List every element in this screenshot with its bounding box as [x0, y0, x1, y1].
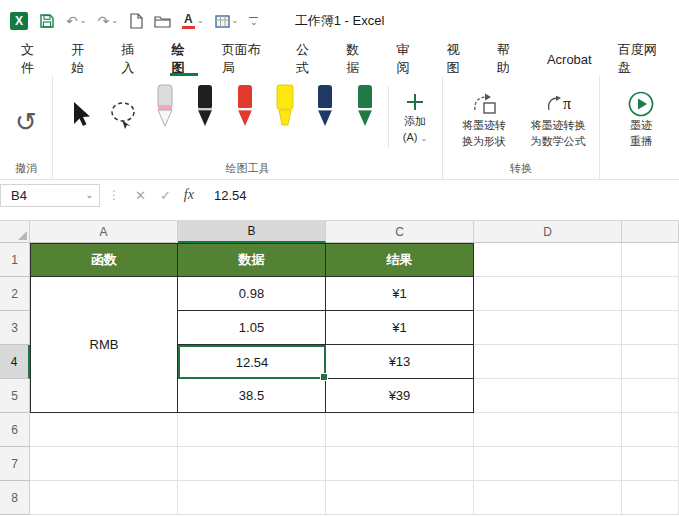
tab-page-layout[interactable]: 页面布局 — [209, 42, 283, 76]
cell-A2-A5-merged[interactable]: RMB — [30, 277, 178, 413]
col-header-B[interactable]: B — [178, 221, 326, 243]
ribbon-undo-button[interactable]: ↺ — [4, 82, 48, 148]
cell-C6[interactable] — [326, 413, 474, 447]
name-box-dropdown-icon[interactable]: ⌄ — [85, 190, 93, 200]
cell-B1[interactable]: 数据 — [178, 243, 326, 277]
cell-D5[interactable] — [474, 379, 622, 413]
confirm-entry-icon[interactable]: ✓ — [160, 188, 171, 203]
select-all-corner[interactable] — [0, 221, 30, 243]
cell-E4[interactable] — [622, 345, 679, 379]
ink-replay-button[interactable]: 墨迹 重播 — [604, 82, 678, 150]
col-header-E-partial[interactable] — [622, 221, 679, 243]
tab-file[interactable]: 文件 — [8, 42, 58, 76]
redo-dropdown-icon[interactable]: ⌄ — [111, 17, 118, 25]
cell-B8[interactable] — [178, 481, 326, 515]
black-pen-icon — [191, 82, 219, 130]
tab-home[interactable]: 开始 — [58, 42, 108, 76]
green-pen-button[interactable] — [345, 82, 385, 148]
cell-E2[interactable] — [622, 277, 679, 311]
cell-D8[interactable] — [474, 481, 622, 515]
row-header-3[interactable]: 3 — [0, 311, 30, 345]
cell-D1[interactable] — [474, 243, 622, 277]
row-header-4[interactable]: 4 — [0, 345, 30, 379]
ink-to-shape-button[interactable]: 将墨迹转 换为形状 — [447, 82, 521, 150]
cell-A1[interactable]: 函数 — [30, 243, 178, 277]
cell-C2[interactable]: ¥1 — [326, 277, 474, 311]
cell-D4[interactable] — [474, 345, 622, 379]
table-borders-button[interactable]: ⌄ — [215, 15, 239, 28]
cell-A8[interactable] — [30, 481, 178, 515]
row-header-8[interactable]: 8 — [0, 481, 30, 515]
save-button[interactable] — [39, 13, 55, 29]
undo-dropdown-icon[interactable]: ⌄ — [80, 17, 87, 25]
cell-C8[interactable] — [326, 481, 474, 515]
row-header-1[interactable]: 1 — [0, 243, 30, 277]
cell-D2[interactable] — [474, 277, 622, 311]
blue-pen-button[interactable] — [305, 82, 345, 148]
cell-E6[interactable] — [622, 413, 679, 447]
cell-E3[interactable] — [622, 311, 679, 345]
cell-A7[interactable] — [30, 447, 178, 481]
table-borders-dropdown-icon[interactable]: ⌄ — [232, 17, 239, 25]
tab-review[interactable]: 审阅 — [383, 42, 433, 76]
select-tool-button[interactable] — [57, 82, 101, 148]
yellow-highlighter-icon — [271, 82, 299, 130]
name-box[interactable]: B4 ⌄ — [0, 184, 100, 207]
font-color-button[interactable]: A ⌄ — [182, 13, 204, 29]
black-pen-button[interactable] — [185, 82, 225, 148]
ink-to-math-button[interactable]: π 将墨迹转换 为数学公式 — [521, 82, 595, 150]
redo-button[interactable]: ↷ ⌄ — [97, 14, 117, 28]
add-pen-button[interactable]: 添加 (A) ⌄ — [392, 82, 438, 143]
col-header-A[interactable]: A — [30, 221, 178, 243]
cell-B4-selected[interactable]: 12.54 — [178, 345, 326, 379]
cell-C3[interactable]: ¥1 — [326, 311, 474, 345]
cell-C4[interactable]: ¥13 — [326, 345, 474, 379]
name-box-value: B4 — [11, 188, 85, 203]
cell-B3[interactable]: 1.05 — [178, 311, 326, 345]
tab-draw[interactable]: 绘图 — [159, 42, 209, 76]
col-header-C[interactable]: C — [326, 221, 474, 243]
eraser-tool-button[interactable] — [145, 82, 185, 148]
lasso-select-icon — [107, 99, 139, 131]
cell-E5[interactable] — [622, 379, 679, 413]
undo-button[interactable]: ↶ ⌄ — [66, 14, 86, 28]
tab-data[interactable]: 数据 — [333, 42, 383, 76]
cancel-entry-icon[interactable]: ✕ — [135, 188, 146, 203]
red-pen-button[interactable] — [225, 82, 265, 148]
tab-help[interactable]: 帮助 — [484, 42, 534, 76]
tab-acrobat[interactable]: Acrobat — [534, 42, 605, 76]
formula-bar-handle-icon[interactable]: ⋮ — [108, 188, 120, 202]
col-header-D[interactable]: D — [474, 221, 622, 243]
row-header-5[interactable]: 5 — [0, 379, 30, 413]
cell-D7[interactable] — [474, 447, 622, 481]
yellow-highlighter-button[interactable] — [265, 82, 305, 148]
tab-baidu-netdisk[interactable]: 百度网盘 — [605, 42, 679, 76]
cell-B7[interactable] — [178, 447, 326, 481]
cell-C1[interactable]: 结果 — [326, 243, 474, 277]
tab-insert[interactable]: 插入 — [108, 42, 158, 76]
row-header-6[interactable]: 6 — [0, 413, 30, 447]
cell-D3[interactable] — [474, 311, 622, 345]
customize-quick-access-button[interactable]: ⌄ — [249, 17, 258, 26]
cell-E7[interactable] — [622, 447, 679, 481]
cell-E8[interactable] — [622, 481, 679, 515]
cell-C7[interactable] — [326, 447, 474, 481]
cell-B5[interactable]: 38.5 — [178, 379, 326, 413]
cell-A6[interactable] — [30, 413, 178, 447]
open-file-button[interactable] — [154, 14, 171, 28]
cell-E1[interactable] — [622, 243, 679, 277]
cell-D6[interactable] — [474, 413, 622, 447]
insert-function-icon[interactable]: fx — [184, 187, 194, 203]
cell-B2[interactable]: 0.98 — [178, 277, 326, 311]
ink-to-shape-icon — [471, 92, 497, 116]
font-color-dropdown-icon[interactable]: ⌄ — [197, 17, 204, 25]
tab-view[interactable]: 视图 — [434, 42, 484, 76]
row-header-7[interactable]: 7 — [0, 447, 30, 481]
formula-input[interactable]: 12.54 — [202, 188, 679, 203]
new-file-button[interactable] — [129, 13, 143, 29]
tab-formulas[interactable]: 公式 — [283, 42, 333, 76]
row-header-2[interactable]: 2 — [0, 277, 30, 311]
lasso-select-button[interactable] — [101, 82, 145, 148]
cell-C5[interactable]: ¥39 — [326, 379, 474, 413]
cell-B6[interactable] — [178, 413, 326, 447]
